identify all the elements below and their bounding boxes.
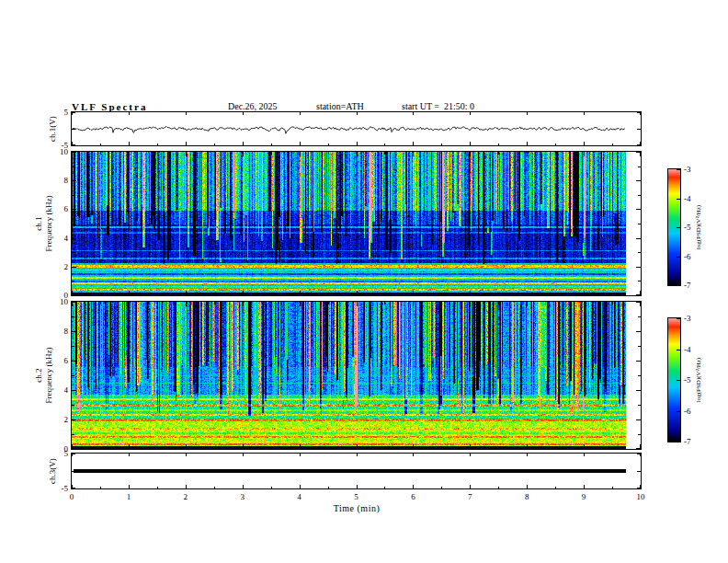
ch3-waveform-canvas [72, 454, 641, 488]
ch2-spectrogram-panel [71, 301, 642, 450]
ch2-colorbar-label: log(PSD)(V²/Hz) [695, 358, 702, 402]
tick-label: 10 [53, 297, 68, 306]
tick-label: -3 [684, 165, 691, 174]
tick-label: 6 [411, 492, 415, 501]
tick-label: -7 [684, 437, 691, 446]
ch1-spectrogram-panel [71, 151, 642, 296]
tick-label: 5 [53, 108, 68, 117]
tick-label: 8 [525, 492, 529, 501]
vlf-spectra-figure: VLF Spectra Dec.26, 2025 station=ATH sta… [0, 0, 728, 563]
colorbar-tick [677, 380, 680, 381]
colorbar-tick [677, 227, 680, 228]
ch1-colorbar-label: log(PSD)(V²/Hz) [695, 205, 702, 249]
station-label: station=ATH [316, 101, 364, 111]
tick-label: -5 [684, 375, 691, 385]
tick-label: 3 [240, 492, 245, 501]
ch1-waveform-canvas [72, 112, 641, 145]
tick-label: 6 [53, 204, 68, 213]
colorbar-tick [677, 257, 680, 258]
ch1-voltage-axis-label: ch.1(V) [48, 116, 58, 142]
colorbar-tick [677, 442, 680, 442]
tick-label: -4 [684, 345, 691, 354]
ch1-waveform-panel [71, 111, 642, 146]
colorbar-tick [677, 169, 680, 170]
ch2-spectrogram-canvas [72, 302, 641, 449]
start-ut-label: start UT = 21:50: 0 [402, 101, 474, 111]
tick-label: -4 [684, 194, 691, 203]
tick-label: -3 [684, 314, 691, 323]
date-label: Dec.26, 2025 [228, 101, 278, 111]
tick-label: 2 [184, 492, 188, 501]
ch1-spectrogram-canvas [72, 152, 641, 295]
colorbar-tick [677, 411, 680, 412]
tick-label: -6 [684, 407, 691, 416]
tick-label: 5 [354, 492, 358, 501]
tick-label: 4 [297, 492, 301, 501]
tick-label: 6 [53, 356, 68, 365]
ch3-voltage-axis-label: ch.3(V) [48, 458, 58, 484]
tick-label: 2 [53, 415, 68, 424]
tick-label: -5 [53, 484, 68, 493]
tick-label: 8 [53, 327, 68, 336]
time-axis-label: Time (min) [334, 503, 380, 513]
tick-label: 8 [53, 176, 68, 185]
tick-label: -5 [684, 223, 691, 232]
ch3-waveform-panel [71, 453, 642, 489]
tick-label: 4 [53, 385, 68, 395]
tick-label: 2 [53, 262, 68, 271]
colorbar-tick [677, 318, 680, 319]
tick-label: 9 [582, 492, 586, 501]
colorbar-tick [677, 350, 680, 350]
tick-label: 7 [468, 492, 472, 501]
colorbar-tick [677, 285, 680, 286]
tick-label: 10 [53, 147, 68, 156]
tick-label: 1 [127, 492, 131, 501]
tick-label: 5 [53, 449, 68, 458]
ch1-frequency-axis-label: ch.1 Frequency (kHz) [34, 195, 54, 251]
colorbar-tick [677, 199, 680, 200]
tick-label: 0 [70, 492, 74, 501]
tick-label: -6 [684, 252, 691, 261]
tick-label: 4 [53, 234, 68, 243]
tick-label: 10 [637, 492, 645, 501]
tick-label: -7 [684, 281, 691, 290]
ch2-frequency-axis-label: ch.2 Frequency (kHz) [34, 347, 54, 403]
